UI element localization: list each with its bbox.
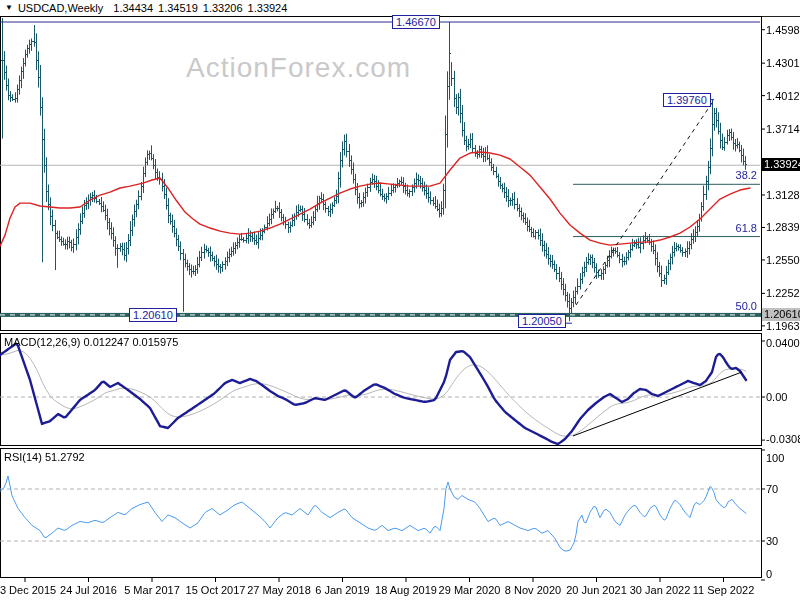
- x-axis-label: 6 Jan 2019: [315, 584, 369, 596]
- x-axis-label: 15 Oct 2017: [186, 584, 246, 596]
- price-level-label: 1.39760: [663, 93, 711, 107]
- x-axis-label: 18 Aug 2019: [375, 584, 437, 596]
- y-axis-label: 0.040094: [766, 337, 800, 349]
- support-axis-label: 1.20610: [762, 308, 800, 321]
- rsi-indicator-label: RSI(14) 51.2792: [4, 451, 85, 463]
- current-price-label: 1.33924: [762, 158, 800, 171]
- y-axis-label: 1.37145: [766, 123, 800, 135]
- y-axis-label: 1.40120: [766, 90, 800, 102]
- price-level-label: 1.20050: [518, 314, 566, 328]
- x-axis-label: 29 Mar 2020: [439, 584, 501, 596]
- price-level-label: 1.20610: [129, 308, 177, 322]
- fib-label: 50.0: [736, 300, 757, 312]
- y-axis-label: 1.22525: [766, 287, 800, 299]
- x-axis-label: 13 Dec 2015: [0, 584, 56, 596]
- y-axis-label: 1.19635: [766, 320, 800, 332]
- y-axis-label: 1.28390: [766, 221, 800, 233]
- x-axis-label: 8 Nov 2020: [505, 584, 561, 596]
- x-axis-label: 11 Sep 2022: [693, 584, 755, 596]
- y-axis-label: 0.00: [766, 391, 787, 403]
- price-level-label: 1.46670: [392, 15, 440, 29]
- y-axis-label: 1.25500: [766, 254, 800, 266]
- chart-window: ▼ USDCAD,Weekly 1.34434 1.34519 1.33206 …: [0, 0, 800, 600]
- x-axis-label: 5 Mar 2017: [124, 584, 180, 596]
- y-axis-label: 0: [766, 568, 772, 580]
- y-axis-label: 70: [766, 483, 778, 495]
- x-axis-label: 24 Jul 2016: [60, 584, 117, 596]
- x-axis-label: 20 Jun 2021: [566, 584, 627, 596]
- fib-label: 38.2: [736, 169, 757, 181]
- chart-canvas[interactable]: [0, 0, 800, 600]
- x-axis-label: 30 Jan 2022: [630, 584, 691, 596]
- y-axis-label: 1.43010: [766, 57, 800, 69]
- x-axis-label: 27 May 2018: [247, 584, 311, 596]
- y-axis-label: -0.03086: [766, 433, 800, 445]
- y-axis-label: 30: [766, 535, 778, 547]
- y-axis-label: 100: [766, 452, 784, 464]
- y-axis-label: 1.31280: [766, 189, 800, 201]
- y-axis-label: 1.45985: [766, 24, 800, 36]
- macd-indicator-label: MACD(12,26,9) 0.012247 0.015975: [4, 336, 178, 348]
- fib-label: 61.8: [736, 222, 757, 234]
